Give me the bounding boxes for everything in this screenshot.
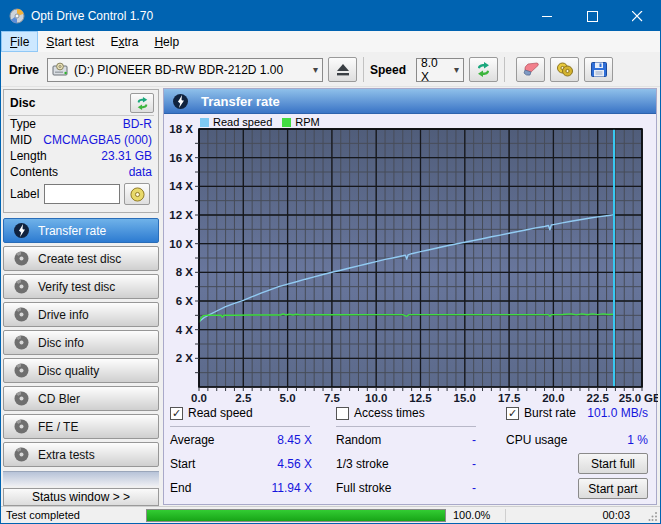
disc-icon xyxy=(13,334,30,351)
maximize-button[interactable] xyxy=(570,1,615,31)
progress-bar xyxy=(146,509,446,522)
svg-text:17.5: 17.5 xyxy=(498,392,521,404)
results-options: ✓ Read speed Access times ✓ Burst rate 1… xyxy=(164,406,656,423)
svg-text:25.0: 25.0 xyxy=(619,392,641,404)
read-speed-checkbox[interactable]: ✓ Read speed xyxy=(170,406,253,420)
panel-header: Transfer rate xyxy=(164,89,656,114)
eject-button[interactable] xyxy=(328,57,357,82)
read-speed-stats: Average8.45 X Start4.56 X End11.94 X xyxy=(170,433,312,505)
stat-cpu-usage: CPU usage1 % xyxy=(506,433,648,449)
svg-text:14 X: 14 X xyxy=(169,180,193,192)
sidebar-item-disc-info[interactable]: Disc info xyxy=(3,330,159,355)
refresh-speed-button[interactable] xyxy=(469,57,498,82)
burst-rate-value: 101.0 MB/s xyxy=(587,406,648,420)
refresh-icon xyxy=(135,97,150,110)
disc-panel: Disc TypeBD-R MIDCMCMAGBA5 (000) Length2… xyxy=(3,89,159,213)
svg-text:12 X: 12 X xyxy=(169,209,193,221)
gold-discs-icon xyxy=(556,62,574,77)
title-bar: Opti Drive Control 1.70 xyxy=(1,1,660,31)
column-rule xyxy=(170,426,310,427)
window-title: Opti Drive Control 1.70 xyxy=(31,9,525,23)
transfer-rate-chart: 2 X4 X6 X8 X10 X12 X14 X16 X18 X0.02.55.… xyxy=(164,115,658,407)
content-area: Disc TypeBD-R MIDCMCMAGBA5 (000) Length2… xyxy=(1,87,660,506)
stat-end: End11.94 X xyxy=(170,481,312,497)
transfer-rate-panel: Transfer rate Read speed RPM 2 X4 X6 X8 … xyxy=(163,88,657,505)
chevron-down-icon: ▾ xyxy=(307,64,318,75)
chevron-down-icon: ▾ xyxy=(448,64,459,75)
svg-text:5.0: 5.0 xyxy=(280,392,296,404)
sidebar-item-fe-te[interactable]: FE / TE xyxy=(3,414,159,439)
label-input[interactable] xyxy=(44,184,120,204)
refresh-icon xyxy=(475,62,492,77)
save-button[interactable] xyxy=(584,57,613,82)
sidebar-gap xyxy=(3,471,159,486)
disc-row-type: TypeBD-R xyxy=(8,116,154,132)
chart-legend: Read speed RPM xyxy=(200,116,330,128)
svg-text:10.0: 10.0 xyxy=(365,392,387,404)
erase-disc-button[interactable] xyxy=(516,57,545,82)
close-button[interactable] xyxy=(615,1,660,31)
eraser-icon xyxy=(522,62,540,77)
disc-icon xyxy=(13,390,30,407)
toolbar-separator xyxy=(363,57,364,82)
gold-disc-icon xyxy=(130,187,145,202)
menu-help[interactable]: Help xyxy=(146,31,187,52)
disc-icon xyxy=(13,362,30,379)
disc-tools-button[interactable] xyxy=(550,57,579,82)
access-times-checkbox[interactable]: Access times xyxy=(336,406,425,420)
label-field-caption: Label xyxy=(10,187,44,201)
sidebar-item-disc-quality[interactable]: Disc quality xyxy=(3,358,159,383)
resize-grip[interactable] xyxy=(648,511,658,521)
disc-panel-title: Disc xyxy=(10,96,35,110)
speed-label: Speed xyxy=(370,63,406,77)
disc-icon xyxy=(13,250,30,267)
speed-value: 8.0 X xyxy=(421,56,448,84)
svg-text:10 X: 10 X xyxy=(169,238,193,250)
minimize-button[interactable] xyxy=(525,1,570,31)
rpm-legend-swatch xyxy=(282,118,291,127)
rpm-legend-label: RPM xyxy=(295,116,319,128)
sidebar-item-drive-info[interactable]: Drive info xyxy=(3,302,159,327)
column-rule xyxy=(336,426,476,427)
start-part-button[interactable]: Start part xyxy=(578,478,648,499)
sidebar-item-cd-bler[interactable]: CD Bler xyxy=(3,386,159,411)
menu-file[interactable]: File xyxy=(1,31,38,52)
drive-select[interactable]: (D:) PIONEER BD-RW BDR-212D 1.00 ▾ xyxy=(47,58,323,82)
status-window-button[interactable]: Status window > > xyxy=(3,488,159,506)
write-label-button[interactable] xyxy=(124,183,150,205)
stat-full-stroke: Full stroke- xyxy=(336,481,476,497)
svg-text:22.5: 22.5 xyxy=(587,392,610,404)
svg-text:12.5: 12.5 xyxy=(409,392,432,404)
drive-value: (D:) PIONEER BD-RW BDR-212D 1.00 xyxy=(74,63,283,77)
start-full-button[interactable]: Start full xyxy=(578,453,648,474)
disc-row-length: Length23.31 GB xyxy=(8,148,154,164)
speed-select[interactable]: 8.0 X ▾ xyxy=(416,58,464,82)
svg-text:2 X: 2 X xyxy=(176,352,194,364)
checkbox-icon: ✓ xyxy=(506,407,519,420)
svg-text:0.0: 0.0 xyxy=(191,392,207,404)
menu-start-test[interactable]: Start test xyxy=(38,31,102,52)
disc-icon xyxy=(13,446,30,463)
sidebar-item-extra-tests[interactable]: Extra tests xyxy=(3,442,159,467)
status-text: Test completed xyxy=(1,509,146,521)
svg-text:GB: GB xyxy=(644,392,658,404)
disc-row-mid: MIDCMCMAGBA5 (000) xyxy=(8,132,154,148)
menu-extra[interactable]: Extra xyxy=(102,31,146,52)
panel-title: Transfer rate xyxy=(201,94,280,109)
refresh-disc-button[interactable] xyxy=(130,93,154,113)
sidebar: Disc TypeBD-R MIDCMCMAGBA5 (000) Length2… xyxy=(1,87,161,506)
burst-rate-checkbox[interactable]: ✓ Burst rate 101.0 MB/s xyxy=(506,406,648,420)
svg-text:2.5: 2.5 xyxy=(235,392,252,404)
access-times-stats: Random- 1/3 stroke- Full stroke- xyxy=(336,433,476,505)
stat-start: Start4.56 X xyxy=(170,457,312,473)
svg-text:16 X: 16 X xyxy=(169,152,193,164)
sidebar-item-verify-test-disc[interactable]: Verify test disc xyxy=(3,274,159,299)
stat-one-third-stroke: 1/3 stroke- xyxy=(336,457,476,473)
elapsed-time: 00:03 xyxy=(510,509,660,521)
sidebar-item-transfer-rate[interactable]: Transfer rate xyxy=(3,218,159,243)
progress-fill xyxy=(147,510,445,521)
sidebar-item-create-test-disc[interactable]: Create test disc xyxy=(3,246,159,271)
menu-bar: File Start test Extra Help xyxy=(1,31,660,53)
disc-icon xyxy=(13,278,30,295)
sidebar-nav: Transfer rate Create test disc Verify te… xyxy=(3,218,159,470)
